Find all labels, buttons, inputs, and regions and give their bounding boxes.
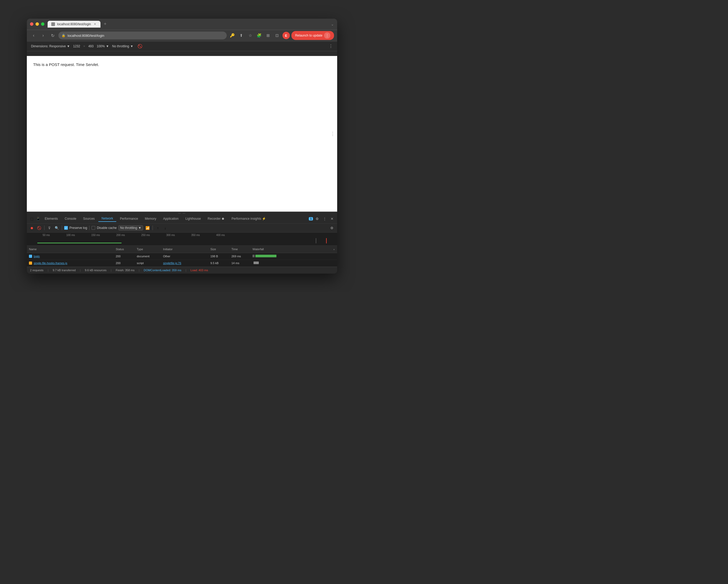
timeline-bar-red — [326, 238, 327, 243]
load-time: Load: 403 ms — [190, 269, 208, 272]
maximize-button[interactable] — [41, 22, 45, 26]
throttle-dropdown[interactable]: No throttling ▼ — [112, 45, 133, 48]
cell-size-js: 9.5 kB — [208, 261, 229, 265]
tab-favicon — [51, 22, 55, 26]
tab-recorder[interactable]: Recorder ⏺ — [205, 216, 228, 222]
throttle-label: No throttling — [112, 45, 129, 48]
share-icon[interactable]: ⬆ — [238, 32, 245, 39]
search-button[interactable]: 🔍 — [54, 225, 60, 231]
cell-name-login: login — [27, 255, 113, 258]
tab-search-icon[interactable]: ⊞ — [265, 32, 272, 39]
table-row[interactable]: login 200 document Other 198 B 269 ms — [27, 253, 337, 260]
tab-elements[interactable]: Elements — [42, 216, 61, 222]
devtools-mobile-icon[interactable]: 📱 — [35, 216, 41, 222]
toolbar-sep-2 — [62, 225, 62, 230]
throttle-select[interactable]: No throttling ▼ — [119, 225, 144, 230]
table-row[interactable]: single-file-hooks-frames.js 200 script s… — [27, 260, 337, 267]
login-link[interactable]: login — [34, 255, 40, 258]
tab-performance[interactable]: Performance — [117, 216, 141, 222]
device-more-icon[interactable]: ⋮ — [329, 44, 333, 49]
split-view-icon[interactable]: ⊡ — [274, 32, 281, 39]
forward-button[interactable]: › — [40, 32, 47, 39]
wifi-icon[interactable]: 📶 — [145, 225, 151, 231]
zoom-dropdown[interactable]: 100% ▼ — [97, 45, 109, 48]
dimensions-label: Dimensions: Responsive — [31, 45, 66, 48]
browser-window: localhost:8080/test/login ✕ + ⌄ ‹ › ↻ 🔒 … — [27, 19, 337, 274]
timeline-label-50ms: 50 ms — [43, 234, 50, 237]
extensions-icon[interactable]: 🧩 — [256, 32, 263, 39]
cell-waterfall-login — [251, 255, 337, 258]
tab-memory[interactable]: Memory — [142, 216, 159, 222]
upload-icon[interactable]: ↑ — [155, 225, 161, 231]
js-link[interactable]: single-file-hooks-frames.js — [34, 261, 67, 265]
new-tab-button[interactable]: + — [102, 21, 109, 28]
traffic-lights — [30, 22, 45, 26]
cell-size-login: 198 B — [208, 255, 229, 258]
toolbar-right: ⚙ — [329, 225, 335, 231]
col-header-time: Time — [229, 248, 251, 251]
disable-cache-checkbox[interactable] — [92, 226, 95, 230]
cell-waterfall-js — [251, 261, 337, 265]
relaunch-button[interactable]: Relaunch to update ⋮ — [291, 31, 334, 40]
no-touch-icon[interactable]: 🚫 — [136, 43, 144, 50]
key-icon[interactable]: 🔑 — [229, 32, 236, 39]
zoom-label: 100% — [97, 45, 105, 48]
devtools-settings-icon[interactable]: ⚙ — [314, 216, 320, 222]
lock-icon: 🔒 — [61, 34, 66, 37]
disable-cache-label: Disable cache — [97, 226, 116, 230]
toolbar-sep-1 — [44, 225, 45, 230]
nav-icons: 🔑 ⬆ ☆ 🧩 ⊞ ⊡ E Relaunch to update ⋮ — [229, 31, 334, 40]
tab-sources[interactable]: Sources — [80, 216, 98, 222]
check-icon: ✓ — [65, 227, 67, 229]
throttle-arrow: ▼ — [130, 45, 133, 48]
devtools-panel: — — ⬚ 📱 Elements Console Sources Network… — [27, 212, 337, 274]
notification-badge: 1 — [309, 217, 313, 221]
address-bar[interactable]: 🔒 localhost:8080/test/login — [58, 31, 227, 39]
tab-close-button[interactable]: ✕ — [93, 22, 97, 26]
active-tab[interactable]: localhost:8080/test/login ✕ — [48, 21, 101, 28]
bookmark-icon[interactable]: ☆ — [247, 32, 254, 39]
network-toolbar: ⏺ 🚫 ⊽ 🔍 ✓ Preserve log Disable cache No … — [27, 224, 337, 232]
resize-handle[interactable]: ⋮ — [330, 131, 335, 137]
network-table: Name Status Type Initiator Size Time Wat… — [27, 246, 337, 267]
timeline-label-400ms: 400 ms — [216, 234, 225, 237]
dimension-separator: × — [83, 45, 85, 48]
timeline-bar-green — [37, 243, 122, 243]
close-button[interactable] — [30, 22, 33, 26]
page-text: This is a POST request. Time Servlet. — [33, 62, 331, 67]
dimensions-dropdown[interactable]: Dimensions: Responsive ▼ — [31, 45, 70, 48]
download-icon[interactable]: ↓ — [162, 225, 168, 231]
tab-application[interactable]: Application — [160, 216, 182, 222]
minimize-button[interactable] — [35, 22, 39, 26]
col-header-size: Size — [208, 248, 229, 251]
tab-performance-insights[interactable]: Performance insights ⚡ — [228, 216, 269, 222]
network-settings-icon[interactable]: ⚙ — [329, 225, 335, 231]
transferred-size: 9.7 kB transferred — [53, 269, 76, 272]
devtools-inspect-icon[interactable]: ⬚ — [29, 216, 35, 222]
preserve-log-checkbox[interactable]: ✓ — [64, 226, 68, 230]
clear-button[interactable]: 🚫 — [36, 225, 42, 231]
back-button[interactable]: ‹ — [30, 32, 37, 39]
tab-title: localhost:8080/test/login — [57, 22, 91, 26]
timeline-label-150ms: 150 ms — [91, 234, 100, 237]
filter-button[interactable]: ⊽ — [47, 225, 52, 231]
initiator-link[interactable]: singlefile.js:76 — [163, 261, 181, 265]
devtools-drag-handle[interactable]: — — — [27, 212, 337, 214]
tab-expand-icon[interactable]: ⌄ — [331, 22, 334, 26]
devtools-more-icon[interactable]: ⋮ — [321, 216, 328, 222]
cell-status-login: 200 — [113, 255, 135, 258]
col-header-status: Status — [113, 248, 135, 251]
device-toolbar: Dimensions: Responsive ▼ 1232 × 493 100%… — [27, 41, 337, 51]
tab-lighthouse[interactable]: Lighthouse — [182, 216, 204, 222]
tab-console[interactable]: Console — [61, 216, 79, 222]
timeline-gray-line — [316, 238, 316, 243]
user-avatar[interactable]: E — [283, 32, 290, 39]
devtools-close-icon[interactable]: ✕ — [329, 216, 335, 222]
throttle-value: No throttling — [120, 226, 137, 230]
zoom-arrow: ▼ — [106, 45, 109, 48]
reload-button[interactable]: ↻ — [49, 32, 56, 39]
record-button[interactable]: ⏺ — [29, 225, 35, 231]
cell-time-login: 269 ms — [229, 255, 251, 258]
timeline-labels: 50 ms 100 ms 150 ms 200 ms 250 ms 300 ms… — [27, 232, 337, 234]
tab-network[interactable]: Network — [98, 216, 116, 222]
